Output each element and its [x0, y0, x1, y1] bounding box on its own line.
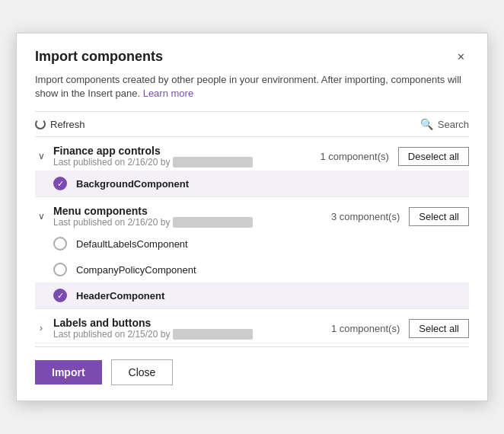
- learn-more-link[interactable]: Learn more: [143, 88, 193, 99]
- radio-circle-dlc: [53, 237, 67, 251]
- import-button[interactable]: Import: [35, 360, 102, 385]
- group-chevron-finance[interactable]: ∨: [35, 151, 47, 161]
- group-actions-menu: 3 component(s) Select all: [331, 207, 469, 226]
- component-count-labels: 1 component(s): [331, 323, 400, 334]
- component-count-finance: 1 component(s): [320, 151, 388, 162]
- group-meta-labels: Last published on 2/15/20 by ████ ██████…: [53, 329, 325, 340]
- author-blur-menu: ████ ████████: [173, 217, 253, 228]
- checked-icon-hc: ✓: [53, 289, 67, 302]
- components-list: ∨ Finance app controls Last published on…: [35, 137, 469, 343]
- author-blur-labels: ████ ████████: [173, 329, 253, 340]
- search-icon: 🔍: [420, 118, 433, 130]
- dialog-header: Import components ×: [35, 49, 469, 65]
- component-row-cpc[interactable]: CompanyPolicyComponent: [35, 257, 469, 282]
- dialog-title: Import components: [35, 49, 163, 65]
- component-name-cpc: CompanyPolicyComponent: [76, 264, 196, 276]
- select-all-button-labels[interactable]: Select all: [409, 319, 469, 338]
- group-finance: ∨ Finance app controls Last published on…: [35, 137, 469, 197]
- group-meta-menu: Last published on 2/16/20 by ████ ██████…: [53, 217, 325, 228]
- component-name-bg: BackgroundComponent: [76, 178, 189, 190]
- dialog-description: Import components created by other peopl…: [35, 73, 469, 101]
- author-blur-finance: ████ ████████: [173, 157, 253, 168]
- group-chevron-labels[interactable]: ›: [35, 323, 47, 333]
- group-labels: › Labels and buttons Last published on 2…: [35, 309, 469, 343]
- group-header-finance: ∨ Finance app controls Last published on…: [35, 137, 469, 171]
- group-menu: ∨ Menu components Last published on 2/16…: [35, 197, 469, 309]
- group-info-finance: Finance app controls Last published on 2…: [53, 145, 314, 168]
- select-all-button-menu[interactable]: Select all: [409, 207, 469, 226]
- deselect-all-button-finance[interactable]: Deselect all: [398, 147, 469, 166]
- component-row-dlc[interactable]: DefaultLabelsComponent: [35, 231, 469, 257]
- component-count-menu: 3 component(s): [331, 211, 400, 222]
- group-actions-finance: 1 component(s) Deselect all: [320, 147, 469, 166]
- group-meta-finance: Last published on 2/16/20 by ████ ██████…: [53, 157, 314, 168]
- component-row-bg[interactable]: ✓ BackgroundComponent: [35, 171, 469, 196]
- component-row-hc[interactable]: ✓ HeaderComponent: [35, 282, 469, 308]
- import-components-dialog: Import components × Import components cr…: [16, 33, 488, 401]
- toolbar: Refresh 🔍 Search: [35, 111, 469, 137]
- component-name-dlc: DefaultLabelsComponent: [76, 238, 188, 250]
- close-icon-button[interactable]: ×: [453, 49, 469, 65]
- group-info-labels: Labels and buttons Last published on 2/1…: [53, 317, 325, 340]
- group-header-labels: › Labels and buttons Last published on 2…: [35, 309, 469, 343]
- refresh-icon: [35, 119, 46, 129]
- close-footer-button[interactable]: Close: [111, 359, 174, 385]
- component-name-hc: HeaderComponent: [76, 290, 164, 302]
- group-name-labels: Labels and buttons: [53, 317, 325, 329]
- group-actions-labels: 1 component(s) Select all: [331, 319, 469, 338]
- radio-circle-cpc: [53, 263, 67, 276]
- group-name-finance: Finance app controls: [53, 145, 314, 157]
- group-chevron-menu[interactable]: ∨: [35, 211, 47, 222]
- group-info-menu: Menu components Last published on 2/16/2…: [53, 205, 325, 228]
- checked-icon-bg: ✓: [53, 177, 67, 190]
- group-name-menu: Menu components: [53, 205, 325, 217]
- group-header-menu: ∨ Menu components Last published on 2/16…: [35, 197, 469, 231]
- dialog-footer: Import Close: [35, 346, 469, 385]
- search-area: 🔍 Search: [420, 118, 469, 130]
- refresh-button[interactable]: Refresh: [35, 119, 85, 130]
